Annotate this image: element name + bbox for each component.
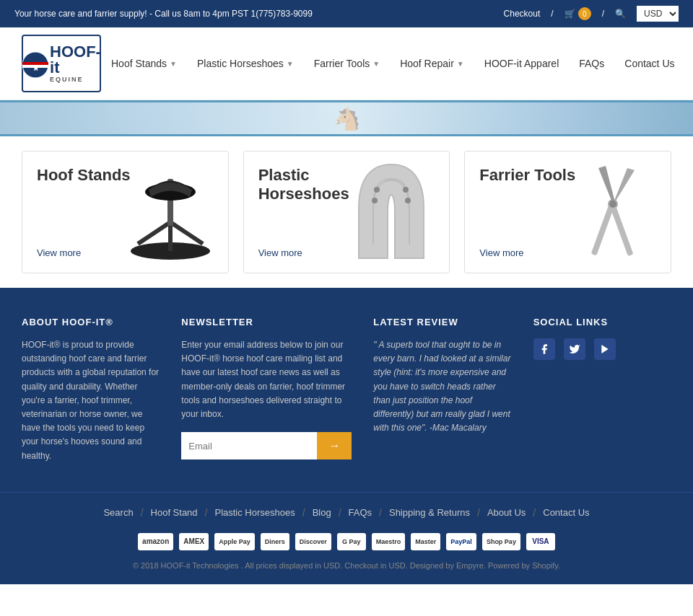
horseshoe-svg bbox=[344, 157, 438, 262]
search-icon[interactable]: 🔍 bbox=[615, 9, 626, 19]
cart-wrap[interactable]: 🛒 0 bbox=[565, 7, 591, 20]
social-col: SOCIAL LINKS bbox=[533, 317, 671, 463]
newsletter-heading: NEWSLETTER bbox=[181, 317, 352, 327]
about-text: HOOF-it® is proud to provide outstanding… bbox=[22, 338, 160, 463]
cart-icon: 🛒 bbox=[565, 9, 575, 19]
svg-point-12 bbox=[405, 198, 411, 203]
svg-marker-18 bbox=[601, 345, 608, 353]
review-text: " A superb tool that ought to be in ever… bbox=[373, 338, 511, 435]
nav-apparel[interactable]: HOOF-it Apparel bbox=[474, 50, 569, 76]
farrier-image bbox=[562, 159, 663, 260]
newsletter-submit-button[interactable]: → bbox=[317, 432, 352, 459]
svg-point-17 bbox=[609, 201, 616, 208]
category-section: Hoof Stands View more Plastic Hors bbox=[0, 136, 693, 288]
svg-point-11 bbox=[374, 187, 380, 193]
farrier-svg bbox=[566, 157, 660, 262]
footer-link-blog[interactable]: Blog bbox=[313, 507, 331, 518]
checkout-link[interactable]: Checkout bbox=[504, 9, 541, 19]
payment-icons: amazon AMEX Apple Pay Diners Discover G … bbox=[22, 533, 671, 550]
bottom-footer: Search / Hoof Stand / Plastic Horseshoes… bbox=[0, 492, 693, 584]
facebook-icon[interactable] bbox=[533, 338, 555, 360]
currency-select[interactable]: USD bbox=[637, 6, 679, 22]
footer-link-faqs[interactable]: FAQs bbox=[349, 507, 372, 518]
payment-amex: AMEX bbox=[179, 533, 209, 550]
horseshoe-image bbox=[341, 159, 442, 260]
footer-link-hoof-stand[interactable]: Hoof Stand bbox=[151, 507, 198, 518]
payment-master: Master bbox=[411, 533, 440, 550]
view-more-farrier[interactable]: View more bbox=[479, 247, 523, 258]
nav-faqs[interactable]: FAQs bbox=[569, 50, 614, 76]
footer-info: ABOUT HOOF-IT® HOOF-it® is proud to prov… bbox=[0, 288, 693, 492]
payment-paypal: PayPal bbox=[446, 533, 476, 550]
copyright: © 2018 HOOF-it Technologies . All prices… bbox=[22, 561, 671, 570]
top-bar: Your horse care and farrier supply! - Ca… bbox=[0, 0, 693, 27]
nav-hoof-stands[interactable]: Hoof Stands ▼ bbox=[101, 50, 187, 76]
category-card-horseshoes[interactable]: Plastic Horseshoes View more bbox=[243, 151, 450, 273]
separator: / bbox=[602, 9, 604, 19]
svg-point-10 bbox=[372, 198, 378, 203]
logo[interactable]: ★ HOOF-it EQUINE bbox=[22, 35, 101, 92]
footer-link-search[interactable]: Search bbox=[103, 507, 133, 518]
svg-rect-16 bbox=[591, 203, 615, 255]
header: ★ HOOF-it EQUINE Hoof Stands ▼ Plastic H… bbox=[0, 27, 693, 100]
hero-banner: 🐴 bbox=[0, 100, 693, 136]
review-heading: LATEST REVIEW bbox=[373, 317, 511, 327]
logo-image: ★ HOOF-it EQUINE bbox=[22, 35, 101, 92]
svg-line-5 bbox=[138, 222, 170, 244]
hoof-stand-svg bbox=[123, 157, 217, 262]
payment-google: G Pay bbox=[337, 533, 366, 550]
payment-applepay: Apple Pay bbox=[214, 533, 255, 550]
chevron-down-icon: ▼ bbox=[372, 60, 380, 68]
footer-links: Search / Hoof Stand / Plastic Horseshoes… bbox=[22, 507, 671, 519]
twitter-icon[interactable] bbox=[564, 338, 585, 360]
newsletter-col: NEWSLETTER Enter your email address belo… bbox=[181, 317, 352, 463]
chevron-down-icon: ▼ bbox=[170, 60, 177, 68]
social-links bbox=[533, 338, 671, 360]
footer-link-shipping[interactable]: Shipping & Returns bbox=[389, 507, 470, 518]
review-col: LATEST REVIEW " A superb tool that ought… bbox=[373, 317, 511, 463]
payment-shoppay: Shop Pay bbox=[482, 533, 520, 550]
hoof-stand-image bbox=[120, 159, 221, 260]
newsletter-text: Enter your email address below to join o… bbox=[181, 338, 352, 421]
footer-link-about[interactable]: About Us bbox=[487, 507, 526, 518]
payment-amazon: amazon bbox=[138, 533, 173, 550]
payment-maestro: Maestro bbox=[372, 533, 406, 550]
newsletter-form: → bbox=[181, 432, 352, 459]
svg-line-6 bbox=[170, 222, 203, 244]
chevron-down-icon: ▼ bbox=[287, 60, 294, 68]
about-col: ABOUT HOOF-IT® HOOF-it® is proud to prov… bbox=[22, 317, 160, 463]
separator: / bbox=[551, 9, 553, 19]
footer-link-horseshoes[interactable]: Plastic Horseshoes bbox=[214, 507, 295, 518]
nav-hoof-repair[interactable]: Hoof Repair ▼ bbox=[390, 50, 474, 76]
payment-diners: Diners bbox=[261, 533, 289, 550]
about-heading: ABOUT HOOF-IT® bbox=[22, 317, 160, 327]
view-more-hoof-stands[interactable]: View more bbox=[37, 247, 81, 258]
email-input[interactable] bbox=[181, 432, 317, 459]
tagline: Your horse care and farrier supply! - Ca… bbox=[14, 9, 313, 19]
nav-farrier-tools[interactable]: Farrier Tools ▼ bbox=[304, 50, 390, 76]
nav-contact[interactable]: Contact Us bbox=[614, 50, 684, 76]
svg-text:★: ★ bbox=[32, 64, 40, 72]
top-bar-right: Checkout / 🛒 0 / 🔍 USD bbox=[504, 6, 679, 22]
chevron-down-icon: ▼ bbox=[457, 60, 464, 68]
cart-count: 0 bbox=[578, 7, 591, 20]
category-card-hoof-stands[interactable]: Hoof Stands View more bbox=[22, 151, 229, 273]
social-heading: SOCIAL LINKS bbox=[533, 317, 671, 327]
svg-point-13 bbox=[403, 187, 409, 193]
footer-link-contact[interactable]: Contact Us bbox=[543, 507, 589, 518]
main-nav: Hoof Stands ▼ Plastic Horseshoes ▼ Farri… bbox=[101, 50, 685, 76]
payment-visa: VISA bbox=[526, 533, 555, 550]
nav-plastic-horseshoes[interactable]: Plastic Horseshoes ▼ bbox=[187, 50, 304, 76]
payment-discover: Discover bbox=[295, 533, 331, 550]
category-card-farrier[interactable]: Farrier Tools View more bbox=[464, 151, 671, 273]
svg-rect-15 bbox=[609, 203, 633, 255]
view-more-horseshoes[interactable]: View more bbox=[258, 247, 302, 258]
youtube-icon[interactable] bbox=[594, 338, 616, 360]
